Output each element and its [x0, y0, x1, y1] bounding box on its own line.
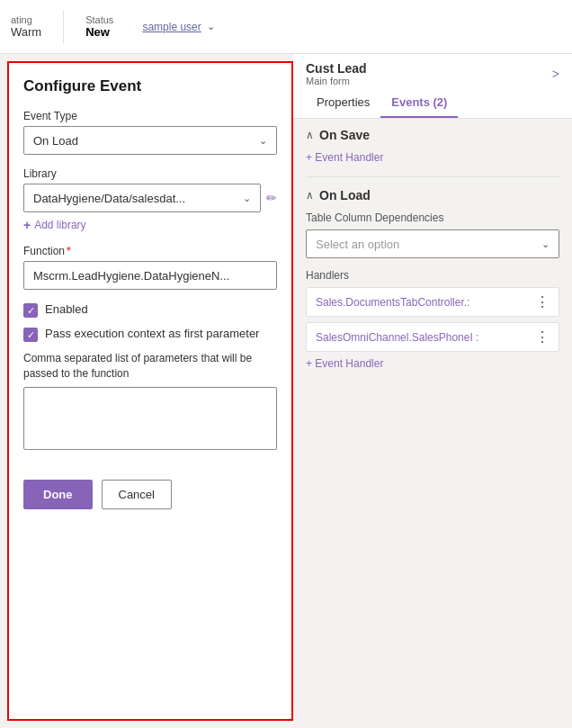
cancel-button[interactable]: Cancel — [102, 480, 172, 509]
configure-event-panel: Configure Event Event Type On Load ⌄ Lib… — [7, 61, 293, 721]
pass-context-label: Pass execution context as first paramete… — [45, 327, 259, 340]
section-divider — [306, 176, 559, 177]
tab-events[interactable]: Events (2) — [380, 90, 458, 118]
right-panel: Cust Lead Main form > Properties Events … — [293, 54, 572, 728]
handler-menu-icon-1[interactable]: ⋮ — [530, 328, 550, 346]
on-load-section: ∧ On Load Table Column Dependencies Sele… — [306, 188, 559, 370]
on-save-event-handler-link[interactable]: + Event Handler — [306, 151, 559, 164]
status-label: Status — [85, 14, 113, 25]
event-type-label: Event Type — [23, 110, 277, 122]
library-edit-icon[interactable]: ✏ — [266, 191, 277, 205]
library-label: Library — [23, 167, 277, 180]
status-value: New — [85, 25, 110, 39]
checkmark-icon: ✓ — [27, 306, 35, 316]
right-header-top: Cust Lead Main form > — [306, 61, 559, 86]
on-save-section-header: ∧ On Save — [306, 128, 559, 142]
pass-context-checkmark-icon: ✓ — [27, 330, 35, 340]
event-type-select[interactable]: On Load ⌄ — [23, 126, 277, 155]
on-load-section-header: ∧ On Load — [306, 188, 559, 202]
add-library-link[interactable]: + Add library — [23, 218, 277, 232]
on-load-collapse-icon[interactable]: ∧ — [306, 189, 314, 202]
function-required: * — [67, 245, 71, 257]
select-option-text: Select an option — [316, 238, 399, 251]
on-save-title: On Save — [319, 128, 370, 142]
pass-context-checkbox-row[interactable]: ✓ Pass execution context as first parame… — [23, 327, 277, 342]
enabled-label: Enabled — [45, 302, 88, 316]
done-button[interactable]: Done — [23, 480, 93, 509]
right-tabs: Properties Events (2) — [306, 90, 559, 118]
right-panel-title: Cust Lead — [306, 61, 367, 76]
function-label: Function* — [23, 245, 277, 257]
library-value: DataHygiene/Data/salesdat... — [33, 192, 185, 205]
user-area[interactable]: sample user ⌄ — [142, 21, 214, 33]
handler-text-0[interactable]: Sales.DocumentsTabController.: — [316, 296, 530, 309]
event-type-value: On Load — [33, 134, 78, 148]
user-chevron-icon: ⌄ — [207, 21, 215, 32]
warm-status-item: ating Warm — [11, 14, 41, 39]
handler-text-1[interactable]: SalesOmniChannel.SalesPhoneI : — [316, 331, 530, 344]
on-save-collapse-icon[interactable]: ∧ — [306, 129, 314, 141]
add-library-plus-icon: + — [23, 218, 31, 232]
top-bar: ating Warm Status New sample user ⌄ — [0, 0, 572, 54]
right-panel-chevron-icon[interactable]: > — [552, 67, 559, 81]
library-chevron-icon: ⌄ — [243, 193, 251, 204]
warm-value: Warm — [11, 25, 41, 39]
add-library-label: Add library — [34, 219, 85, 231]
button-row: Done Cancel — [23, 480, 277, 509]
handlers-label: Handlers — [306, 269, 559, 282]
event-type-group: Event Type On Load ⌄ — [23, 110, 277, 155]
right-header: Cust Lead Main form > Properties Events … — [293, 54, 572, 119]
event-type-chevron-icon: ⌄ — [259, 135, 267, 147]
main-content: Configure Event Event Type On Load ⌄ Lib… — [0, 54, 572, 728]
enabled-checkbox-row[interactable]: ✓ Enabled — [23, 302, 277, 318]
right-header-title-area: Cust Lead Main form — [306, 61, 367, 86]
table-column-deps-select[interactable]: Select an option ⌄ — [306, 229, 559, 258]
params-textarea[interactable] — [23, 387, 277, 450]
library-select[interactable]: DataHygiene/Data/salesdat... ⌄ — [23, 184, 261, 212]
panel-title: Configure Event — [23, 77, 277, 95]
on-load-event-handler-link[interactable]: + Event Handler — [306, 357, 559, 370]
table-column-deps-label: Table Column Dependencies — [306, 211, 559, 224]
params-label: Comma separated list of parameters that … — [23, 351, 277, 382]
pass-context-checkbox[interactable]: ✓ — [23, 328, 38, 342]
right-panel-subtitle: Main form — [306, 76, 367, 86]
right-body: ∧ On Save + Event Handler ∧ On Load Tabl… — [293, 119, 572, 728]
top-bar-divider — [63, 11, 64, 43]
select-option-chevron-icon: ⌄ — [541, 238, 550, 250]
username-text[interactable]: sample user — [142, 21, 201, 33]
tab-properties[interactable]: Properties — [306, 90, 380, 118]
new-status-item: Status New — [85, 14, 113, 39]
library-group: Library DataHygiene/Data/salesdat... ⌄ ✏… — [23, 167, 277, 232]
handler-item-0: Sales.DocumentsTabController.: ⋮ — [306, 287, 559, 317]
function-input[interactable] — [23, 261, 277, 290]
warm-label: ating — [11, 14, 32, 25]
params-group: Comma separated list of parameters that … — [23, 351, 277, 453]
library-row: DataHygiene/Data/salesdat... ⌄ ✏ — [23, 184, 277, 212]
function-group: Function* — [23, 245, 277, 290]
handler-menu-icon-0[interactable]: ⋮ — [530, 293, 550, 310]
enabled-checkbox[interactable]: ✓ — [23, 303, 38, 318]
handler-item-1: SalesOmniChannel.SalesPhoneI : ⋮ — [306, 322, 559, 352]
on-load-title: On Load — [319, 188, 371, 202]
